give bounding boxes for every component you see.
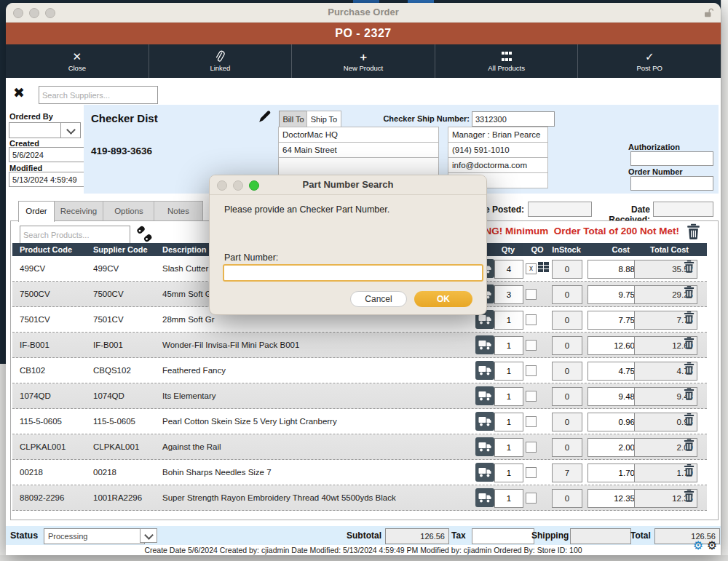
- qty-input[interactable]: [494, 438, 523, 457]
- qty-input[interactable]: [494, 387, 523, 406]
- tab-receiving[interactable]: Receiving: [53, 201, 104, 222]
- trash-icon[interactable]: [684, 489, 695, 505]
- cost-input[interactable]: [587, 413, 639, 431]
- qo-checkbox[interactable]: [526, 442, 537, 453]
- qty-input[interactable]: [494, 463, 523, 482]
- minimize-window-icon[interactable]: [29, 8, 39, 18]
- receive-truck-icon[interactable]: [475, 437, 494, 456]
- status-select[interactable]: Processing: [44, 528, 145, 544]
- status-dropdown-button[interactable]: [140, 528, 157, 543]
- ok-button[interactable]: OK: [414, 291, 472, 307]
- cost-input[interactable]: [587, 463, 639, 482]
- receive-truck-icon[interactable]: [475, 386, 494, 405]
- new-product-button[interactable]: ＋ New Product: [292, 44, 435, 78]
- qo-checkbox[interactable]: [526, 467, 537, 478]
- tab-order[interactable]: Order: [18, 201, 55, 222]
- tab-options[interactable]: Options: [103, 201, 155, 222]
- order-number-input[interactable]: [630, 176, 713, 191]
- tab-bill-to[interactable]: Bill To: [279, 111, 308, 128]
- trash-icon[interactable]: [684, 362, 695, 378]
- tax-input[interactable]: [472, 528, 534, 544]
- settings-gear-icon[interactable]: ⚙: [693, 541, 703, 551]
- admin-gear-icon[interactable]: ⚙: [707, 541, 717, 551]
- address-line-1[interactable]: DoctorMac HQ: [278, 127, 439, 143]
- receive-truck-icon[interactable]: [475, 463, 494, 482]
- tab-ship-to[interactable]: Ship To: [306, 111, 341, 128]
- cost-input[interactable]: [587, 489, 639, 508]
- close-window-icon[interactable]: [13, 8, 23, 18]
- instock-value: 0: [552, 285, 582, 304]
- receive-truck-icon[interactable]: [475, 335, 494, 354]
- description-cell: Bohin Sharps Needles Size 7: [162, 460, 471, 485]
- trash-icon[interactable]: [684, 413, 695, 429]
- cost-input[interactable]: [587, 285, 639, 304]
- zoom-window-icon[interactable]: [45, 8, 55, 18]
- trash-icon[interactable]: [684, 336, 695, 352]
- ship-number-input[interactable]: [472, 111, 555, 127]
- dialog-zoom-icon[interactable]: [249, 180, 259, 191]
- contact-phone[interactable]: (914) 591-1010: [448, 142, 548, 158]
- date-received-input[interactable]: [653, 202, 713, 217]
- address-line-2[interactable]: 64 Main Street: [278, 142, 439, 158]
- qty-input[interactable]: [494, 489, 523, 508]
- created-date-field[interactable]: [9, 147, 89, 162]
- delete-all-trash-icon[interactable]: [687, 223, 700, 243]
- contact-manager[interactable]: Manager : Brian Pearce: [448, 127, 548, 143]
- trash-icon[interactable]: [684, 387, 695, 403]
- unlock-icon[interactable]: [704, 7, 713, 20]
- qo-checkbox[interactable]: [526, 416, 537, 427]
- qo-checkbox[interactable]: [526, 391, 537, 402]
- receive-truck-icon[interactable]: [475, 361, 494, 380]
- search-products-input[interactable]: [20, 226, 130, 244]
- qo-checkbox[interactable]: [526, 365, 537, 376]
- dialog-minimize-icon[interactable]: [233, 180, 243, 191]
- contact-email[interactable]: info@doctorma.com: [448, 157, 548, 173]
- cost-input[interactable]: [587, 336, 639, 355]
- qty-input[interactable]: [494, 362, 523, 381]
- qo-grid-icon[interactable]: [538, 262, 549, 272]
- search-suppliers-input[interactable]: [39, 86, 158, 104]
- dialog-close-icon[interactable]: [217, 180, 227, 191]
- supplier-code-cell: 499CV: [93, 256, 160, 281]
- cost-input[interactable]: [587, 387, 639, 406]
- supplier-code-cell: 115-5-0605: [93, 409, 160, 434]
- cost-input[interactable]: [587, 438, 639, 457]
- cancel-button[interactable]: Cancel: [350, 291, 407, 307]
- linked-button[interactable]: Linked: [149, 44, 293, 78]
- qty-input[interactable]: [494, 260, 523, 279]
- cost-input[interactable]: [587, 260, 639, 279]
- tab-notes[interactable]: Notes: [154, 201, 203, 222]
- trash-icon[interactable]: [684, 438, 695, 454]
- clear-supplier-icon[interactable]: ✖: [13, 84, 25, 100]
- qty-input[interactable]: [494, 311, 523, 330]
- qo-checkbox[interactable]: [526, 289, 537, 300]
- part-number-input[interactable]: [223, 264, 483, 282]
- date-posted-input[interactable]: [528, 202, 592, 217]
- supplier-code-cell: 1001RA2296: [93, 485, 160, 510]
- instock-value: 0: [552, 489, 582, 508]
- cost-input[interactable]: [587, 311, 639, 330]
- receive-truck-icon[interactable]: [475, 488, 494, 507]
- instock-value: 0: [552, 413, 582, 431]
- post-po-button[interactable]: ✓ Post PO: [578, 44, 721, 78]
- trash-icon[interactable]: [684, 463, 695, 480]
- qo-checkbox[interactable]: [526, 340, 537, 351]
- trash-icon[interactable]: [684, 311, 695, 327]
- modified-date-field[interactable]: [9, 172, 89, 187]
- ordered-by-dropdown-button[interactable]: [60, 122, 81, 138]
- qo-checkbox[interactable]: x: [526, 263, 537, 274]
- qty-input[interactable]: [494, 336, 523, 355]
- edit-pencil-icon[interactable]: [258, 111, 271, 126]
- ordered-by-input[interactable]: [9, 122, 68, 138]
- authorization-input[interactable]: [630, 151, 713, 166]
- qo-checkbox[interactable]: [526, 493, 537, 504]
- trash-icon[interactable]: [684, 260, 695, 276]
- receive-truck-icon[interactable]: [475, 412, 494, 431]
- qty-input[interactable]: [494, 413, 523, 431]
- qty-input[interactable]: [494, 285, 523, 304]
- trash-icon[interactable]: [684, 285, 695, 301]
- cost-input[interactable]: [587, 362, 639, 381]
- qo-checkbox[interactable]: [526, 314, 537, 325]
- close-button[interactable]: ✕ Close: [6, 44, 149, 78]
- all-products-button[interactable]: All Products: [435, 44, 579, 78]
